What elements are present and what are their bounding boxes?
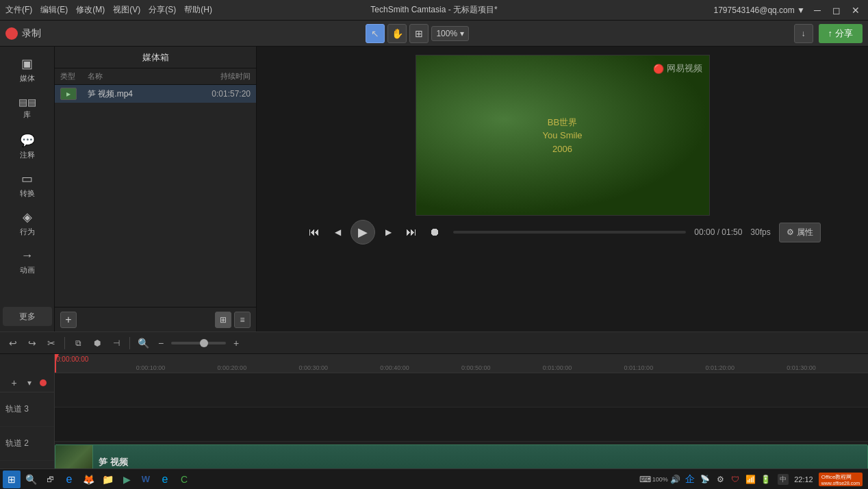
taskbar-app-firefox[interactable]: 🦊 [79, 471, 97, 488]
tray-item-2[interactable]: 🔊 [668, 473, 682, 486]
track-label-3: 轨道 3 [0, 392, 54, 427]
sidebar-more-button[interactable]: 更多 [3, 307, 52, 326]
convert-icon: ▭ [21, 171, 33, 186]
ruler-mark-2: 0:00:20:00 [218, 364, 247, 371]
step-back-button[interactable]: ⏮ [304, 222, 324, 242]
start-button[interactable]: ⊞ [3, 471, 21, 488]
ruler-mark-9: 0:01:30:00 [787, 364, 816, 371]
add-media-button[interactable]: + [60, 312, 77, 328]
tray-item-wifi[interactable]: 📶 [743, 473, 757, 486]
user-info[interactable]: 1797543146@qq.com ▼ [714, 5, 805, 15]
track-settings-button[interactable]: ▾ [23, 377, 36, 389]
menu-modify[interactable]: 修改(M) [76, 4, 105, 16]
taskbar-search[interactable]: 🔍 [22, 471, 40, 488]
tray-item-antivirus[interactable]: 🛡 [728, 473, 742, 486]
sidebar-item-convert[interactable]: ▭ 转换 [3, 167, 52, 203]
menu-share[interactable]: 分享(S) [149, 4, 176, 16]
taskbar-app-camtasia[interactable]: ▶ [118, 471, 136, 488]
main-area: ▣ 媒体 ▤▤ 库 💬 注释 ▭ 转换 ◈ 行为 → 动画 更多 媒体箱 类型 … [0, 47, 868, 331]
system-tray: ⌨ 100% 🔊 企 📡 ⚙ 🛡 📶 🔋 [635, 473, 775, 486]
col-name-header: 名称 [88, 71, 203, 82]
zoom-dropdown[interactable]: 100% ▾ [431, 26, 469, 41]
menu-help[interactable]: 帮助(H) [184, 4, 212, 16]
progress-bar[interactable] [453, 231, 686, 234]
record-mark-button[interactable]: ⏺ [424, 222, 445, 242]
properties-button[interactable]: ⚙ 属性 [779, 223, 821, 242]
minimize-button[interactable]: ─ [810, 3, 824, 17]
tray-item-net[interactable]: 📡 [698, 473, 712, 486]
media-item[interactable]: ▶ 笋 视频.mp4 0:01:57:20 [55, 85, 256, 103]
media-panel-footer: + ⊞ ≡ [55, 307, 256, 331]
tray-item-1[interactable]: ⌨ [638, 473, 652, 486]
taskbar-app-explorer[interactable]: 📁 [99, 471, 116, 488]
ruler-mark-8: 0:01:20:00 [705, 364, 735, 371]
sidebar-item-library[interactable]: ▤▤ 库 [3, 90, 52, 126]
media-table-header: 类型 名称 持续时间 [55, 68, 256, 85]
zoom-out-button[interactable]: − [153, 336, 168, 351]
ruler-mark-1: 0:00:10:00 [136, 364, 166, 371]
taskbar-app-ie[interactable]: e [60, 471, 78, 488]
media-name-cell: 笋 视频.mp4 [88, 88, 203, 100]
taskbar-app-ie2[interactable]: e [156, 471, 174, 488]
step-forward-button[interactable]: ⏭ [401, 222, 422, 242]
properties-label: 属性 [797, 227, 813, 238]
video-preview: 🔴 网易视频 BB世界You Smile2006 [416, 55, 710, 216]
tray-item-3[interactable]: ⚙ [713, 473, 727, 486]
undo-button[interactable]: ↩ [5, 336, 21, 351]
playhead-time: 0:00:00:00 [56, 355, 88, 363]
frame-back-button[interactable]: ◀ [327, 222, 348, 242]
frame-forward-button[interactable]: ▶ [378, 222, 398, 242]
playhead-line [55, 354, 56, 373]
watermark-text: 网易视频 [667, 62, 702, 75]
taskbar-task-view[interactable]: 🗗 [41, 471, 59, 488]
office-badge: Office教程网 www.offise28.com [819, 473, 863, 486]
tray-item-qq[interactable]: 企 [683, 473, 697, 486]
menu-file[interactable]: 文件(F) [5, 4, 32, 16]
animation-icon: → [21, 249, 34, 263]
taskbar-app-greensoft[interactable]: C [175, 471, 193, 488]
taskbar-right: ⌨ 100% 🔊 企 📡 ⚙ 🛡 📶 🔋 中 22:12 Office教程网 w… [635, 473, 865, 486]
ruler-mark-7: 0:01:10:00 [624, 364, 654, 371]
download-button[interactable]: ↓ [794, 24, 813, 43]
grid-view-button[interactable]: ⊞ [215, 312, 231, 328]
sidebar-item-media[interactable]: ▣ 媒体 [3, 52, 52, 88]
record-label: 录制 [22, 27, 41, 40]
media-icon: ▣ [21, 56, 33, 71]
sidebar-item-animation[interactable]: → 动画 [3, 244, 52, 279]
copy-track-button[interactable]: ⧉ [71, 336, 86, 351]
language-indicator[interactable]: 中 [778, 474, 789, 485]
timeline-toolbar: ↩ ↪ ✂ ⧉ ⬢ ⊣ 🔍 − + [0, 332, 868, 354]
zoom-in-button[interactable]: + [229, 336, 244, 351]
pan-tool-button[interactable]: ✋ [387, 24, 407, 43]
list-view-button[interactable]: ≡ [234, 312, 251, 328]
ruler-mark-3: 0:00:30:00 [298, 364, 328, 371]
close-button[interactable]: ✕ [849, 3, 863, 17]
record-indicator [40, 379, 47, 386]
menu-edit[interactable]: 编辑(E) [40, 4, 68, 16]
share-button[interactable]: ↑ 分享 [819, 24, 863, 43]
record-button[interactable]: 录制 [5, 27, 41, 40]
zoom-slider[interactable] [171, 342, 226, 344]
sidebar-animation-label: 动画 [20, 265, 35, 275]
tray-item-4[interactable]: 🔋 [758, 473, 772, 486]
add-track-button[interactable]: + [8, 377, 21, 389]
crop-tool-button[interactable]: ⊞ [409, 24, 429, 43]
redo-button[interactable]: ↪ [25, 336, 40, 351]
play-button[interactable]: ▶ [350, 220, 375, 244]
tray-battery[interactable]: 100% [653, 473, 667, 486]
track-2-area [55, 408, 868, 442]
split-button[interactable]: ⊣ [109, 336, 124, 351]
app-title: TechSmith Camtasia - 无标题项目* [370, 4, 497, 16]
timeline-container: + ▾ 轨道 3 轨道 2 轨道 1 0:00:00:00 0:00:10:00 [0, 354, 868, 483]
col-type-header: 类型 [60, 71, 88, 82]
select-tool-button[interactable]: ↖ [366, 24, 385, 43]
cut-button[interactable]: ✂ [44, 336, 59, 351]
window-controls: 1797543146@qq.com ▼ ─ ◻ ✕ [714, 3, 863, 17]
menu-view[interactable]: 视图(V) [113, 4, 140, 16]
paste-track-button[interactable]: ⬢ [90, 336, 105, 351]
playback-time: 00:00 / 01:50 [694, 227, 742, 237]
restore-button[interactable]: ◻ [830, 3, 843, 17]
sidebar-item-behavior[interactable]: ◈ 行为 [3, 205, 52, 241]
sidebar-item-notes[interactable]: 💬 注释 [3, 129, 52, 164]
taskbar-app-word[interactable]: W [137, 471, 155, 488]
